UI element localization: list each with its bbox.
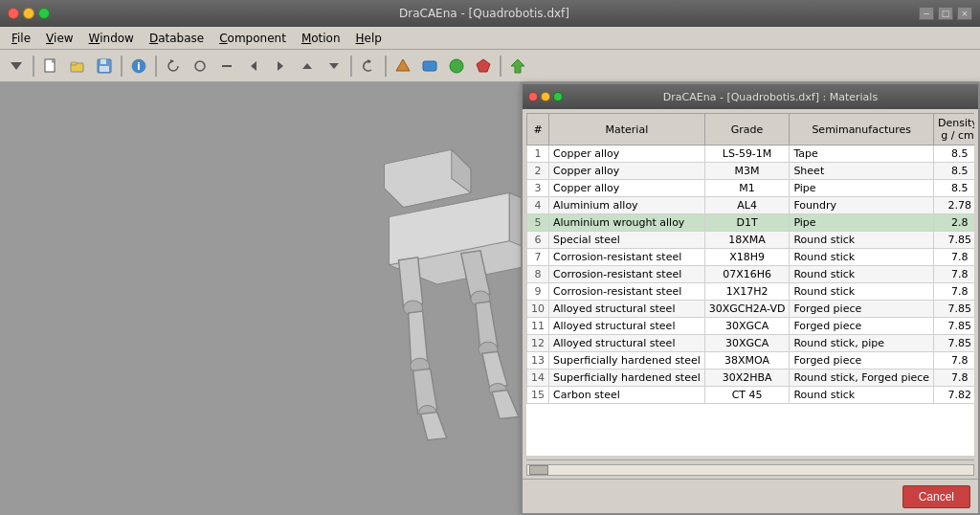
table-row[interactable]: 6 Special steel 18XMA Round stick 7.85 2… <box>527 232 975 249</box>
toolbar-shape2[interactable] <box>417 54 442 78</box>
cell-grade: 30XGCH2A-VD <box>704 301 790 318</box>
menu-motion[interactable]: Motion <box>294 30 348 47</box>
menu-help[interactable]: Help <box>348 30 390 47</box>
cell-material: Aluminium alloy <box>549 197 705 214</box>
cell-density: 8.5 <box>934 180 974 197</box>
toolbar-nav-left[interactable] <box>241 54 266 78</box>
close-button[interactable] <box>8 8 19 19</box>
win-min-ctrl[interactable]: − <box>919 7 934 20</box>
cell-density: 7.8 <box>934 283 974 301</box>
window-right-controls[interactable]: − □ × <box>919 7 972 20</box>
table-row[interactable]: 9 Corrosion-resistant steel 1X17H2 Round… <box>527 283 975 301</box>
cell-grade: AL4 <box>704 197 790 214</box>
table-row[interactable]: 7 Corrosion-resistant steel X18H9 Round … <box>527 249 975 266</box>
table-row[interactable]: 5 Aluminium wrought alloy D1T Pipe 2.8 7… <box>527 214 975 232</box>
dialog-controls[interactable] <box>528 92 563 101</box>
minimize-button[interactable] <box>23 8 34 19</box>
cell-semi: Pipe <box>790 214 934 232</box>
cell-density: 7.85 <box>934 232 974 249</box>
dialog-close-btn[interactable] <box>528 92 538 101</box>
table-row[interactable]: 1 Copper alloy LS-59-1M Tape 8.5 10000 <box>527 146 975 163</box>
toolbar: i <box>0 50 980 82</box>
table-row[interactable]: 15 Carbon steel CT 45 Round stick 7.82 2… <box>527 387 975 404</box>
main-content: DraCAEna - [Quadrobotis.dxf] : Materials… <box>0 82 980 515</box>
toolbar-open[interactable] <box>65 54 90 78</box>
scroll-track[interactable] <box>526 464 974 476</box>
cell-semi: Round stick, Forged piece <box>790 369 934 387</box>
table-row[interactable]: 4 Aluminium alloy AL4 Foundry 2.78 7000 <box>527 197 975 214</box>
toolbar-sep-4 <box>350 56 352 77</box>
col-header-num[interactable]: # <box>527 114 549 146</box>
cell-density: 7.8 <box>934 249 974 266</box>
dialog-min-btn[interactable] <box>541 92 550 101</box>
cell-semi: Tape <box>790 146 934 163</box>
dialog-max-btn[interactable] <box>553 92 563 101</box>
cell-semi: Round stick, pipe <box>790 335 934 352</box>
toolbar-nav-up[interactable] <box>295 54 320 78</box>
cell-density: 7.8 <box>934 369 974 387</box>
window-controls[interactable] <box>8 8 50 19</box>
cancel-button[interactable]: Cancel <box>902 485 970 508</box>
toolbar-shape3[interactable] <box>444 54 469 78</box>
materials-table-container[interactable]: # Material Grade Semimanufactures Densit… <box>526 113 974 456</box>
toolbar-circle[interactable] <box>188 54 212 78</box>
cell-material: Aluminium wrought alloy <box>549 214 705 232</box>
table-row[interactable]: 13 Superficially hardened steel 38XMOA F… <box>527 352 975 369</box>
col-header-material[interactable]: Material <box>549 114 705 146</box>
toolbar-shape4[interactable] <box>471 54 496 78</box>
cell-num: 2 <box>527 163 549 180</box>
menu-file[interactable]: File <box>4 30 38 47</box>
menu-window[interactable]: Window <box>81 30 142 47</box>
toolbar-minus[interactable] <box>214 54 239 78</box>
table-row[interactable]: 2 Copper alloy M3M Sheet 8.5 10000 <box>527 163 975 180</box>
svg-marker-9 <box>170 59 174 63</box>
toolbar-arrow[interactable] <box>4 54 29 78</box>
dialog-title: DraCAEna - [Quadrobotis.dxf] : Materials <box>568 91 972 103</box>
toolbar-nav-down[interactable] <box>322 54 346 78</box>
table-row[interactable]: 11 Alloyed structural steel 30XGCA Forge… <box>527 318 975 335</box>
toolbar-shape1[interactable] <box>390 54 415 78</box>
win-max-ctrl[interactable]: □ <box>938 7 953 20</box>
toolbar-info[interactable]: i <box>126 54 151 78</box>
col-header-grade[interactable]: Grade <box>704 114 790 146</box>
cell-num: 7 <box>527 249 549 266</box>
scroll-thumb[interactable] <box>529 465 548 475</box>
cell-grade: D1T <box>704 214 790 232</box>
cell-material: Corrosion-resistant steel <box>549 249 705 266</box>
horizontal-scrollbar[interactable] <box>526 459 974 479</box>
svg-marker-12 <box>251 61 256 71</box>
toolbar-undo[interactable] <box>356 54 381 78</box>
cell-grade: 1X17H2 <box>704 283 790 301</box>
col-header-density[interactable]: Density, g / cm³ <box>934 114 974 146</box>
cell-num: 3 <box>527 180 549 197</box>
cell-semi: Round stick <box>790 232 934 249</box>
cell-grade: X18H9 <box>704 249 790 266</box>
cell-density: 7.82 <box>934 387 974 404</box>
cell-density: 8.5 <box>934 163 974 180</box>
svg-marker-14 <box>302 63 312 69</box>
table-row[interactable]: 3 Copper alloy M1 Pipe 8.5 10000 <box>527 180 975 197</box>
toolbar-save[interactable] <box>92 54 117 78</box>
table-row[interactable]: 10 Alloyed structural steel 30XGCH2A-VD … <box>527 301 975 318</box>
toolbar-new[interactable] <box>38 54 63 78</box>
win-close-ctrl[interactable]: × <box>957 7 972 20</box>
col-header-semi[interactable]: Semimanufactures <box>790 114 934 146</box>
toolbar-export[interactable] <box>505 54 530 78</box>
table-row[interactable]: 12 Alloyed structural steel 30XGCA Round… <box>527 335 975 352</box>
menu-component[interactable]: Component <box>212 30 294 47</box>
menu-view[interactable]: View <box>38 30 80 47</box>
cell-material: Special steel <box>549 232 705 249</box>
cell-density: 7.85 <box>934 335 974 352</box>
table-row[interactable]: 14 Superficially hardened steel 30X2HBA … <box>527 369 975 387</box>
maximize-button[interactable] <box>38 8 50 19</box>
cell-material: Carbon steel <box>549 387 705 404</box>
cell-grade: M1 <box>704 180 790 197</box>
cell-material: Copper alloy <box>549 163 705 180</box>
cell-semi: Round stick <box>790 266 934 283</box>
menu-database[interactable]: Database <box>142 30 212 47</box>
toolbar-rotate-left[interactable] <box>161 54 186 78</box>
toolbar-nav-right[interactable] <box>268 54 293 78</box>
cell-material: Superficially hardened steel <box>549 352 705 369</box>
svg-rect-5 <box>100 59 106 64</box>
table-row[interactable]: 8 Corrosion-resistant steel 07X16H6 Roun… <box>527 266 975 283</box>
